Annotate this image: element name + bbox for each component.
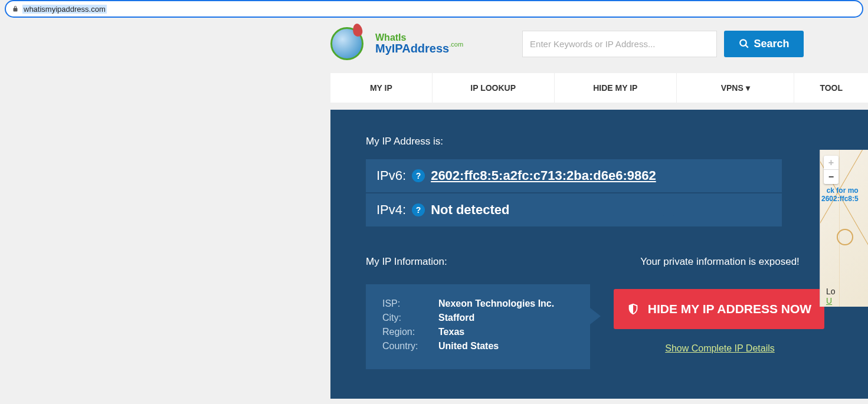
lock-icon (12, 5, 19, 12)
city-value: Stafford (438, 313, 474, 323)
isp-label: ISP: (382, 298, 438, 309)
ip-panel: My IP Address is: IPv6: ? 2602:ffc8:5:a2… (330, 110, 868, 399)
help-icon[interactable]: ? (412, 169, 425, 182)
hide-ip-button-label: HIDE MY IP ADDRESS NOW (648, 302, 811, 316)
page-content: WhatIs MyIPAddress .com Search MY IP IP … (330, 25, 868, 399)
shield-icon (627, 303, 640, 316)
search-input[interactable] (522, 31, 717, 57)
ipv6-value[interactable]: 2602:ffc8:5:a2fc:c713:2ba:d6e6:9862 (431, 168, 656, 183)
map-location-info: Lo U (826, 287, 836, 306)
svg-line-1 (745, 45, 748, 48)
map-ip-value: 2602:ffc8:5 (821, 195, 859, 203)
country-label: Country: (382, 341, 438, 352)
ipv4-row: IPv4: ? Not detected (366, 193, 782, 226)
info-row: My IP Information: ISP:Nexeon Technologi… (366, 256, 833, 369)
logo-line2: MyIPAddress (375, 42, 449, 55)
ipv4-value: Not detected (431, 202, 509, 218)
arrow-down-icon (658, 209, 679, 221)
logo-line1: WhatIs (375, 32, 406, 42)
logo-suffix: .com (449, 41, 463, 48)
nav-myip[interactable]: MY IP (330, 73, 433, 103)
logo-text: WhatIs MyIPAddress .com (375, 33, 463, 54)
nav-vpns[interactable]: VPNS ▾ (677, 73, 794, 103)
logo-globe-icon (330, 25, 368, 63)
map-zoom-controls: + − (824, 156, 838, 184)
search-icon (739, 38, 749, 49)
help-icon[interactable]: ? (412, 203, 425, 216)
info-box: ISP:Nexeon Technologies Inc. City:Staffo… (366, 284, 590, 369)
logo[interactable]: WhatIs MyIPAddress .com (330, 25, 463, 63)
search-form: Search (522, 31, 804, 57)
city-label: City: (382, 313, 438, 323)
hide-ip-button[interactable]: HIDE MY IP ADDRESS NOW (614, 289, 824, 329)
exposed-text: Your private information is exposed! (614, 256, 826, 268)
ipv6-label: IPv6: (376, 168, 406, 183)
nav-tools[interactable]: TOOL (794, 73, 868, 103)
info-title: My IP Information: (366, 256, 590, 268)
main-nav: MY IP IP LOOKUP HIDE MY IP VPNS ▾ TOOL (330, 73, 868, 103)
isp-value: Nexeon Technologies Inc. (438, 298, 554, 309)
show-details-link[interactable]: Show Complete IP Details (665, 343, 775, 354)
map-roads-icon (837, 229, 853, 245)
ip-information: My IP Information: ISP:Nexeon Technologi… (366, 256, 590, 369)
nav-iplookup[interactable]: IP LOOKUP (433, 73, 555, 103)
nav-hidemyip[interactable]: HIDE MY IP (555, 73, 677, 103)
region-label: Region: (382, 327, 438, 337)
svg-point-0 (740, 40, 746, 46)
ipv6-row: IPv6: ? 2602:ffc8:5:a2fc:c713:2ba:d6e6:9… (366, 159, 782, 192)
ipv4-label: IPv4: (376, 202, 406, 218)
map-overlay-prefix: ck for mo (827, 186, 859, 195)
zoom-out-button[interactable]: − (824, 170, 838, 184)
warning-column: Your private information is exposed! HID… (614, 256, 826, 369)
region-value: Texas (438, 327, 464, 337)
search-button[interactable]: Search (724, 31, 804, 57)
header: WhatIs MyIPAddress .com Search (330, 25, 868, 63)
map-preview[interactable]: + − ck for mo 2602:ffc8:5 Lo U (820, 150, 868, 307)
url-text[interactable]: whatismyipaddress.com (22, 5, 107, 14)
country-value: United States (438, 341, 499, 352)
map-ip-overlay[interactable]: ck for mo 2602:ffc8:5 (821, 186, 859, 203)
zoom-in-button[interactable]: + (824, 156, 838, 170)
map-loc-label: Lo (826, 287, 836, 296)
browser-url-bar[interactable]: whatismyipaddress.com (5, 0, 863, 18)
ip-title: My IP Address is: (366, 136, 833, 147)
map-loc-link[interactable]: U (826, 296, 832, 306)
search-button-label: Search (754, 38, 790, 50)
